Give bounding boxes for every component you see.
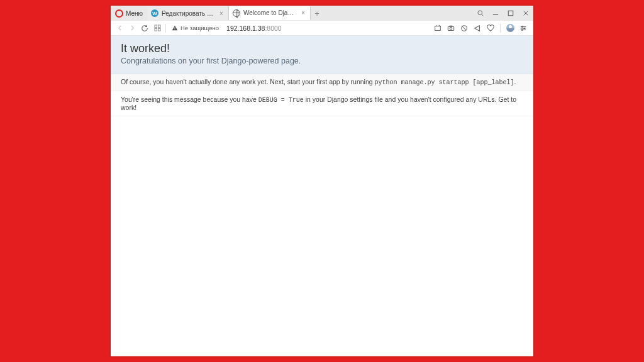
minimize-button[interactable] bbox=[488, 6, 503, 21]
address-bar: Не защищено 192.168.1.38:8000 bbox=[111, 21, 533, 36]
svg-rect-9 bbox=[158, 28, 160, 31]
profile-button[interactable] bbox=[504, 23, 516, 34]
search-icon[interactable] bbox=[473, 6, 488, 21]
globe-icon bbox=[233, 9, 240, 17]
svg-rect-10 bbox=[175, 27, 175, 29]
toolbar-icons bbox=[432, 23, 531, 34]
instruction-block: Of course, you haven't actually done any… bbox=[111, 74, 533, 91]
svg-rect-12 bbox=[435, 26, 441, 30]
svg-rect-11 bbox=[175, 29, 175, 30]
back-button[interactable] bbox=[113, 22, 126, 35]
browser-window: Меню W Редактировать запись ‹ П... × Wel… bbox=[111, 6, 533, 356]
tab-title: Редактировать запись ‹ П... bbox=[162, 10, 215, 17]
svg-line-17 bbox=[462, 26, 466, 30]
svg-line-1 bbox=[482, 14, 484, 16]
avatar-icon bbox=[506, 24, 514, 32]
page-content: It worked! Congratulations on your first… bbox=[111, 36, 533, 356]
opera-logo-icon bbox=[115, 9, 123, 18]
tab-bar: Меню W Редактировать запись ‹ П... × Wel… bbox=[111, 6, 533, 21]
security-label: Не защищено bbox=[180, 25, 219, 31]
tab-django[interactable]: Welcome to Django × bbox=[229, 6, 311, 20]
camera-icon[interactable] bbox=[445, 23, 457, 34]
url-port: :8000 bbox=[265, 25, 281, 32]
msg-text: You're seeing this message because you h… bbox=[121, 96, 258, 103]
new-tab-button[interactable]: + bbox=[311, 6, 323, 20]
url-host: 192.168.1.38 bbox=[226, 25, 265, 32]
debug-notice-block: You're seeing this message because you h… bbox=[111, 91, 533, 116]
svg-marker-18 bbox=[475, 25, 480, 31]
svg-rect-6 bbox=[154, 25, 157, 28]
divider bbox=[500, 24, 501, 33]
security-indicator[interactable]: Не защищено bbox=[168, 25, 223, 31]
page-title: It worked! bbox=[121, 42, 523, 55]
tab-title: Welcome to Django bbox=[243, 9, 297, 16]
msg-code: DEBUG = True bbox=[258, 97, 304, 104]
reload-button[interactable] bbox=[138, 22, 151, 35]
vpn-icon[interactable] bbox=[472, 23, 483, 34]
svg-point-22 bbox=[521, 26, 523, 27]
close-button[interactable] bbox=[518, 6, 533, 21]
easy-setup-button[interactable] bbox=[518, 23, 529, 34]
speed-dial-button[interactable] bbox=[151, 22, 164, 35]
heart-icon[interactable] bbox=[485, 23, 496, 34]
svg-point-0 bbox=[478, 11, 482, 15]
msg-code: python manage.py startapp [app_label] bbox=[375, 79, 514, 86]
msg-text: Of course, you haven't actually done any… bbox=[121, 78, 375, 85]
svg-rect-7 bbox=[158, 25, 160, 28]
svg-rect-3 bbox=[508, 11, 513, 16]
divider bbox=[165, 24, 166, 33]
close-icon[interactable]: × bbox=[300, 10, 306, 16]
page-subtitle: Congratulations on your first Django-pow… bbox=[121, 57, 523, 65]
svg-rect-8 bbox=[154, 28, 157, 31]
tab-wordpress[interactable]: W Редактировать запись ‹ П... × bbox=[147, 6, 229, 20]
menu-label: Меню bbox=[126, 10, 143, 17]
close-icon[interactable]: × bbox=[218, 10, 225, 16]
wordpress-icon: W bbox=[151, 9, 158, 17]
svg-point-14 bbox=[450, 27, 452, 29]
url-input[interactable]: 192.168.1.38:8000 bbox=[223, 25, 432, 32]
maximize-button[interactable] bbox=[503, 6, 518, 21]
opera-menu-button[interactable]: Меню bbox=[111, 6, 147, 21]
warning-icon bbox=[172, 25, 178, 31]
adblock-icon[interactable] bbox=[458, 23, 470, 34]
svg-point-23 bbox=[524, 28, 525, 29]
snapshot-icon[interactable] bbox=[432, 23, 443, 34]
svg-point-24 bbox=[521, 29, 523, 30]
msg-text: . bbox=[514, 78, 516, 85]
window-controls bbox=[473, 6, 533, 21]
forward-button[interactable] bbox=[126, 22, 138, 35]
page-header: It worked! Congratulations on your first… bbox=[111, 36, 533, 74]
